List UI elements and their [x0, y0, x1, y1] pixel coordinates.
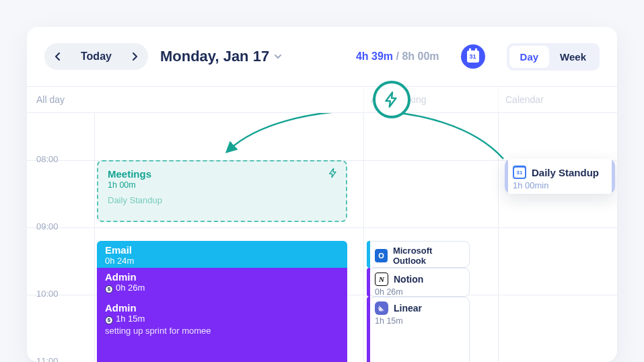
hour-label-10: 10:00 — [27, 289, 67, 299]
prev-day-button[interactable] — [47, 46, 69, 67]
outlook-icon: O — [375, 249, 388, 262]
tracked-event-admin-2[interactable]: Admin 1h 15m setting up sprint for momee — [97, 297, 347, 362]
calendar-icon — [467, 50, 479, 63]
hour-label-11: 11:00 — [27, 356, 67, 362]
ghost-event-meetings[interactable]: Meetings 1h 00m Daily Standup — [97, 160, 347, 222]
timeline-grid: 08:00 09:00 10:00 11:00 Meetings 1h 00m … — [27, 113, 617, 362]
event-desc: setting up sprint for momee — [105, 326, 339, 336]
view-switch: Day Week — [507, 43, 600, 71]
auto-track-badge — [373, 81, 410, 118]
app-duration: 0h 26m — [375, 287, 464, 297]
event-duration: 1h 15m — [105, 314, 339, 324]
calendar-button[interactable] — [461, 44, 485, 69]
calendar-event-daily-standup[interactable]: Daily Standup 1h 00min — [505, 159, 615, 194]
event-title: Email — [105, 244, 339, 256]
column-headers: All day Auto-tracking Calendar — [27, 86, 617, 113]
time-summary: 4h 39m / 8h 00m — [356, 50, 439, 63]
linear-icon — [375, 301, 388, 315]
ghost-event-title: Meetings — [108, 168, 336, 180]
calendar-header: Calendar — [498, 87, 617, 112]
app-card: Today Monday, Jan 17 4h 39m / 8h 00m Day… — [27, 27, 617, 362]
time-used: 4h 39m — [356, 50, 393, 62]
time-total: 8h 00m — [402, 50, 439, 62]
app-title: Microsoft Outlook — [393, 246, 464, 266]
next-day-button[interactable] — [124, 46, 145, 67]
notion-icon: N — [375, 273, 388, 286]
event-title: Admin — [105, 302, 339, 314]
app-card-linear[interactable]: Linear 1h 15m — [369, 297, 470, 362]
bolt-icon — [383, 91, 400, 108]
app-card-outlook[interactable]: OMicrosoft Outlook 0h 24m — [369, 241, 470, 268]
app-card-notion[interactable]: NNotion 0h 26m — [369, 268, 470, 297]
event-duration: 0h 26m — [105, 283, 339, 293]
currency-icon — [105, 285, 113, 293]
tracked-header — [94, 87, 363, 112]
tracked-event-admin-1[interactable]: Admin 0h 26m — [97, 268, 347, 297]
calendar-event-title: Daily Standup — [532, 167, 599, 178]
ghost-event-desc: Daily Standup — [108, 195, 336, 205]
app-title: Notion — [394, 274, 423, 285]
calendar-event-duration: 1h 00min — [513, 180, 607, 190]
chevron-left-icon — [54, 52, 62, 61]
app-duration: 1h 15m — [375, 316, 464, 326]
allday-header: All day — [27, 87, 67, 112]
event-title: Admin — [105, 271, 339, 283]
current-date-label: Monday, Jan 17 — [160, 48, 269, 65]
event-duration: 0h 24m — [105, 256, 339, 266]
today-button[interactable]: Today — [74, 50, 118, 63]
hour-label-8: 08:00 — [27, 154, 67, 164]
currency-icon — [105, 316, 113, 324]
tracked-event-email[interactable]: Email 0h 24m — [97, 241, 347, 268]
ghost-event-duration: 1h 00m — [108, 180, 336, 190]
chevron-right-icon — [131, 52, 139, 61]
bolt-icon — [328, 168, 338, 178]
app-title: Linear — [394, 303, 422, 314]
caret-down-icon — [275, 55, 281, 59]
date-picker[interactable]: Monday, Jan 17 — [160, 48, 281, 65]
header: Today Monday, Jan 17 4h 39m / 8h 00m Day… — [27, 27, 617, 86]
hour-label-9: 09:00 — [27, 221, 67, 231]
view-week-option[interactable]: Week — [549, 46, 597, 68]
google-calendar-icon — [513, 166, 526, 179]
date-nav: Today — [44, 43, 148, 70]
view-day-option[interactable]: Day — [509, 46, 550, 68]
